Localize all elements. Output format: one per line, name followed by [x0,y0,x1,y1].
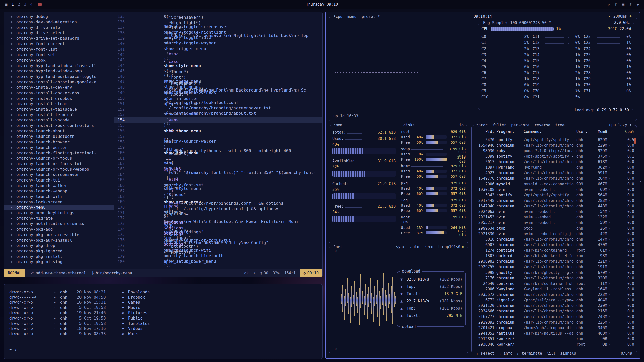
process-row[interactable]: 2006 Xwayland Xwayland :1 -rootless - dh… [474,286,634,292]
file-item[interactable]: omarchy-install-chromium-google-a [4,79,114,85]
process-row[interactable]: 2955217 nvim nvim --embed . dhh 59M 0.0 [474,220,634,225]
process-row[interactable]: 2701421 dropbox /home/dhh/.dropbox-dist … [474,325,634,331]
file-item[interactable]: omarchy-drive-set-password [4,36,114,41]
net-tab[interactable]: zero [423,244,435,249]
process-row[interactable]: 2929892 chromium /usr/lib/chromium/chrom… [474,320,634,325]
process-row[interactable]: 6772 signal-d /proc/self/exe --type=r dh… [474,297,634,303]
file-item[interactable]: omarchy-install-docker-dbs [4,90,114,96]
proc-footer-button[interactable]: ↑ select [475,351,496,356]
file-item[interactable]: omarchy-launch-tui [4,177,114,183]
file-item[interactable]: omarchy-pkg-install [4,254,114,259]
process-row[interactable]: 1897 Hyprland Hyprland dhh 362M 0.0 [474,165,634,170]
process-row[interactable]: 1274 containe /usr/bin/containerd root 6… [474,248,634,253]
file-item[interactable]: omarchy-launch-or-focus-tui [4,161,114,167]
process-row[interactable]: 1649776 chromium /usr/lib/chromium/chrom… [474,176,634,181]
menu-button[interactable]: menu [346,14,358,19]
tray-icon[interactable]: ♪ [629,2,632,7]
process-row[interactable]: 5998 ghostty /usr/bin/ghostty --gtk- dhh… [474,270,634,275]
file-item[interactable]: omarchy-dev-add-migration [4,19,114,25]
header-user[interactable]: User: [576,129,590,134]
workspace-button[interactable]: 3 [24,2,26,7]
tray-icon[interactable]: ⇄ [608,2,610,7]
launcher-icon[interactable]: ⊞ [5,2,8,7]
file-item[interactable]: omarchy-install-xbox-controllers [4,123,114,128]
file-item[interactable]: omarchy-launch-floating-terminal- [4,150,114,156]
process-row[interactable]: 24540 containe /usr/bin/containerd-shi r… [474,281,634,286]
file-item[interactable]: omarchy-launch-webapp [4,188,114,194]
io-tab[interactable]: io [458,123,465,128]
process-row[interactable]: 2938346 kworker/ root 0B 0.0 [474,342,634,347]
file-item[interactable]: omarchy-font-current [4,41,114,47]
file-item[interactable]: omarchy-launch-screensaver [4,172,114,177]
file-item[interactable]: omarchy-drive-select [4,30,114,36]
code-area[interactable]: 135 case $( menu "Toggle" "▢ Screensaver… [114,12,322,269]
file-item[interactable]: omarchy-hyprland-window-close-all [4,63,114,68]
terminal-window[interactable]: drwxr-xr-x - dhh 20 Nov 08:21 Downloads … [4,284,323,359]
net-tab[interactable]: auto [409,244,421,249]
process-row[interactable]: 2912851 kworker/ root 0B 0.0 [474,336,634,342]
file-item[interactable]: omarchy-launch-browser [4,139,114,145]
proc-tab[interactable]: per-core [510,123,531,128]
file-item[interactable]: omarchy-install-dev-env [4,85,114,90]
file-item[interactable]: omarchy-notification-dismiss [4,221,114,227]
proc-footer-button[interactable]: signals [559,351,578,356]
proc-tab[interactable]: filter [491,123,508,128]
file-item[interactable]: omarchy-install-steam [4,101,114,107]
process-row[interactable]: 1307 dockerd /usr/bin/dockerd -H fd: roo… [474,253,634,259]
scrollbar-thumb[interactable] [634,138,636,144]
workspace-button[interactable]: 4 [30,2,33,7]
process-row[interactable]: 2167277 chromium /usr/lib/chromium/chrom… [474,314,634,320]
proc-footer-button[interactable]: Kill [545,351,557,356]
proc-footer-button[interactable]: ↵ terminate [515,351,543,356]
file-item[interactable]: omarchy-launch-bluetooth [4,134,114,139]
file-item[interactable]: omarchy-debug [4,14,114,19]
workspace-button[interactable]: 1 [12,2,14,7]
process-row[interactable]: 2935572 chromium /usr/lib/chromium/chrom… [474,292,634,297]
file-item[interactable]: omarchy-install-dropbox [4,96,114,101]
process-row[interactable]: 1930108 nvim nvim --embed . dhh 69M 0.0 [474,187,634,192]
file-item[interactable]: omarchy-install-vscode [4,117,114,123]
process-row[interactable]: 4923 chromium /usr/lib/chromium/chrom dh… [474,170,634,176]
process-row[interactable]: 5017 chromium /usr/lib/chromium/chrom dh… [474,159,634,165]
file-item[interactable]: omarchy-pkg-missing [4,259,114,265]
process-row[interactable]: 2930982 chromium /usr/lib/chromium/chrom… [474,259,634,264]
tray-icon[interactable]: ▦ [622,2,624,7]
net-interface[interactable]: b enp191s0 n [437,244,466,249]
file-item[interactable]: omarchy-pkg-aur-accessible [4,232,114,238]
file-item[interactable]: omarchy-lock-screen [4,199,114,205]
process-row[interactable]: 2921330 nvim nvim --embed config.jso dhh… [474,231,634,237]
process-row[interactable]: 6907 chromium /usr/lib/chromium/chrom dh… [474,242,634,248]
file-item[interactable]: omarchy-launch-or-focus [4,156,114,161]
tray-icon[interactable]: ◆ [637,2,639,7]
file-item[interactable]: omarchy-launch-editor [4,145,114,150]
file-item[interactable]: omarchy-hyprland-workspace-toggle [4,74,114,79]
process-row[interactable]: 1647940 chromium /usr/lib/chromium/chrom… [474,203,634,209]
process-row[interactable]: 2929755 chromium /usr/lib/chromium/chrom… [474,264,634,270]
file-item[interactable]: omarchy-pkg-drop [4,243,114,248]
proc-tab[interactable]: reverse [533,123,552,128]
file-item[interactable]: omarchy-drive-info [4,25,114,30]
process-row[interactable]: 2917448 chromium /usr/lib/chromium/chrom… [474,198,634,203]
workspace-button[interactable]: 2 [18,2,20,7]
file-item[interactable]: omarchy-launch-or-focus-webapp [4,166,114,172]
process-row[interactable]: 2934666 chromium /usr/lib/chromium/chrom… [474,308,634,314]
process-row[interactable]: 2006 mysqld mysqld --max-connection 999 … [474,181,634,187]
file-item[interactable]: omarchy-pkg-ignored [4,248,114,254]
proc-footer-button[interactable]: ↓ info [497,351,514,356]
sort-selector[interactable]: cpu lazy ↑ [607,123,634,127]
file-item[interactable]: omarchy-menu-keybindings [4,210,114,216]
tray-icon[interactable]: ᛒ [615,2,617,7]
file-item[interactable]: omarchy-font-list [4,47,114,52]
header-mem[interactable]: MemB [592,129,607,134]
process-row[interactable]: 5470 spotify /opt/spotify/spotify -- dhh… [474,137,634,143]
process-row[interactable]: 1654946 chromium /usr/lib/chromium/chrom… [474,143,634,148]
header-pid[interactable]: Pid: [474,129,494,134]
file-item[interactable]: omarchy-hook [4,58,114,63]
file-item[interactable]: omarchy-font-set [4,52,114,58]
process-row[interactable]: 2999634 btop btop dhh 26M 0.0 [474,225,634,231]
process-row[interactable]: 2941052 nautilus /usr/bin/nautilus --gap… [474,331,634,336]
process-row[interactable]: 5399 spotify /opt/spotify/spotify -- dhh… [474,154,634,159]
shell-prompt[interactable]: ~ › [9,347,22,352]
file-item[interactable]: omarchy-pkg-aur-install [4,237,114,243]
file-item[interactable]: omarchy-install-tailscale [4,107,114,112]
